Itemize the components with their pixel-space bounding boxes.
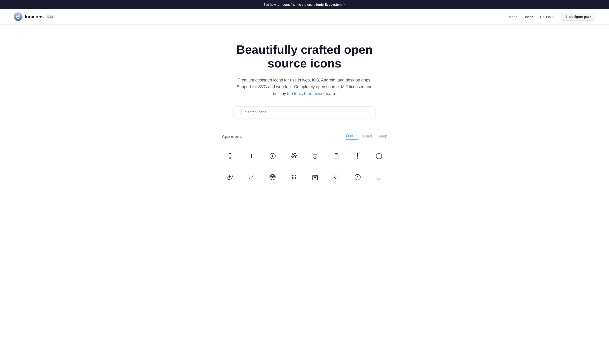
banner-ecosystem-link[interactable]: Ionic Ecosystem → xyxy=(316,3,346,6)
designer-pack-label: Designer pack xyxy=(569,15,591,19)
brand-name: Ionicons xyxy=(25,14,44,20)
alert-icon xyxy=(354,152,361,160)
brand-logo xyxy=(14,13,23,21)
icon-grid-row1 xyxy=(222,148,387,164)
svg-point-20 xyxy=(295,177,296,178)
search-container xyxy=(233,106,376,118)
albums-icon xyxy=(333,152,340,160)
hero-subtitle-end: team. xyxy=(325,91,336,96)
icon-alarm[interactable] xyxy=(307,148,324,164)
banner-prefix: See how xyxy=(263,3,277,6)
icon-arrow-back[interactable] xyxy=(328,169,345,185)
nav-icons[interactable]: Icons xyxy=(509,15,517,19)
banner-arrow: → xyxy=(342,3,346,6)
hero-title: Beautifully crafted open source icons xyxy=(224,43,385,70)
nav-usage[interactable]: Usage xyxy=(524,15,533,19)
icon-arrow-back-circle[interactable] xyxy=(349,169,366,185)
tab-filled[interactable]: Filled xyxy=(363,134,372,139)
hero-section: Beautifully crafted open source icons Pr… xyxy=(0,25,609,213)
svg-point-18 xyxy=(292,177,293,178)
american-football-icon xyxy=(226,173,234,181)
alert-circle-icon xyxy=(375,152,383,160)
svg-point-17 xyxy=(295,175,296,176)
icons-section: App icons Outline Filled Sharp xyxy=(217,134,392,199)
icon-alert[interactable] xyxy=(349,148,366,164)
icon-airplane[interactable] xyxy=(286,148,303,164)
icon-accessibility[interactable] xyxy=(222,148,238,164)
svg-point-22 xyxy=(293,178,294,179)
icon-grid-row2 xyxy=(222,169,387,185)
svg-point-23 xyxy=(295,178,296,179)
hero-subtitle-line2: Support for SVG and web font. Completely… xyxy=(237,84,373,89)
style-tabs: Outline Filled Sharp xyxy=(346,134,387,140)
navbar-links: Icons Usage GitHub Designer pack xyxy=(509,13,595,21)
banner-middle: fits into the entire xyxy=(290,3,316,6)
icon-apps[interactable] xyxy=(286,169,303,185)
alarm-icon xyxy=(311,152,319,160)
hero-subtitle: Premium designed icons for use in web, i… xyxy=(237,77,373,97)
arrow-back-icon xyxy=(333,173,340,181)
icon-analytics[interactable] xyxy=(243,169,260,185)
nav-usage-label: Usage xyxy=(524,15,533,19)
hero-subtitle-line3: built by the xyxy=(273,91,294,96)
icon-add-circle[interactable] xyxy=(264,148,281,164)
download-icon xyxy=(565,15,568,18)
icon-archive[interactable] xyxy=(307,169,324,185)
search-icon xyxy=(238,110,243,115)
nav-github[interactable]: GitHub xyxy=(540,15,554,19)
svg-point-8 xyxy=(379,157,379,157)
brand-link[interactable]: Ionicons 5.2.3 xyxy=(14,13,55,21)
svg-point-21 xyxy=(292,178,293,179)
add-circle-icon xyxy=(269,152,276,160)
airplane-icon xyxy=(290,152,298,160)
svg-point-16 xyxy=(293,175,294,176)
arrow-down-icon xyxy=(375,173,383,181)
top-banner: See how Ionicons fits into the entire Io… xyxy=(0,0,609,9)
svg-point-0 xyxy=(17,16,19,18)
icon-arrow-down[interactable] xyxy=(371,169,388,185)
hero-subtitle-line1: Premium designed icons for use in web, i… xyxy=(238,78,371,82)
apps-icon xyxy=(290,173,298,181)
icon-albums[interactable] xyxy=(328,148,345,164)
ionic-framework-link[interactable]: Ionic Framework xyxy=(294,91,325,96)
arrow-back-circle-icon xyxy=(354,173,361,181)
version-badge: 5.2.3 xyxy=(46,15,54,19)
svg-point-2 xyxy=(239,111,241,113)
nav-github-label: GitHub xyxy=(540,15,551,19)
analytics-icon xyxy=(248,173,255,181)
section-title: App icons xyxy=(222,134,242,139)
designer-pack-button[interactable]: Designer pack xyxy=(561,13,595,21)
banner-ionicons: Ionicons xyxy=(277,3,290,6)
tab-sharp[interactable]: Sharp xyxy=(377,134,387,139)
ionic-logo-icon xyxy=(16,14,20,19)
icon-american-football[interactable] xyxy=(222,169,238,185)
search-box xyxy=(233,106,376,118)
svg-point-19 xyxy=(293,177,294,178)
svg-point-3 xyxy=(230,153,231,154)
icons-section-header: App icons Outline Filled Sharp xyxy=(222,134,387,140)
external-link-icon xyxy=(552,15,554,18)
archive-icon xyxy=(311,173,319,181)
svg-point-15 xyxy=(292,175,293,176)
aperture-icon xyxy=(269,173,276,181)
accessibility-icon xyxy=(226,152,234,160)
search-input[interactable] xyxy=(245,110,371,114)
add-icon xyxy=(248,152,255,160)
tab-outline[interactable]: Outline xyxy=(346,134,358,140)
navbar: Ionicons 5.2.3 Icons Usage GitHub Design… xyxy=(0,9,609,25)
icon-add[interactable] xyxy=(243,148,260,164)
icon-alert-circle[interactable] xyxy=(371,148,388,164)
banner-text: See how Ionicons fits into the entire Io… xyxy=(263,3,346,6)
icon-aperture[interactable] xyxy=(264,169,281,185)
svg-rect-6 xyxy=(334,155,339,158)
banner-ecosystem: Ionic Ecosystem xyxy=(316,3,342,6)
